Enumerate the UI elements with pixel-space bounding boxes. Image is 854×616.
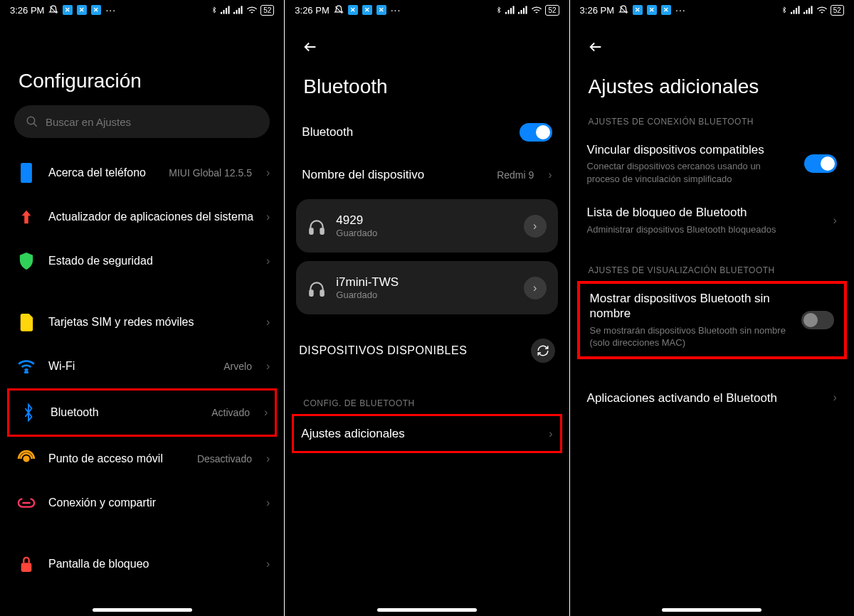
section-header-config: CONFIG. DE BLUETOOTH: [285, 378, 569, 414]
row-value: MIUI Global 12.5.5: [169, 167, 256, 179]
device-more-button[interactable]: ›: [524, 215, 547, 238]
row-desc: Conectar dispositivos cercanos usando un…: [587, 160, 794, 185]
svg-rect-30: [806, 10, 807, 14]
chevron-right-icon: ›: [266, 255, 270, 267]
device-status: Guardado: [336, 290, 513, 300]
svg-rect-12: [21, 563, 32, 572]
notif-icon-3: ✕: [91, 5, 101, 15]
svg-rect-3: [228, 6, 230, 14]
search-icon: [26, 115, 38, 128]
row-apps-bluetooth[interactable]: Aplicaciones activando el Bluetooth ›: [570, 381, 854, 415]
row-label: Acerca del teléfono: [48, 166, 159, 180]
device-name: 4929: [336, 213, 513, 228]
svg-rect-6: [238, 8, 240, 14]
page-title: Bluetooth: [285, 20, 569, 111]
row-pair-compatible[interactable]: Vincular dispositivos compatibles Conect…: [570, 132, 854, 195]
chevron-right-icon: ›: [833, 391, 837, 404]
row-value: Redmi 9: [497, 169, 538, 181]
notif-icon-1: ✕: [348, 5, 358, 15]
status-time: 3:26 PM: [580, 5, 614, 16]
device-status: Guardado: [336, 228, 513, 238]
svg-rect-20: [526, 6, 527, 14]
row-bluetooth-toggle[interactable]: Bluetooth: [285, 111, 569, 154]
device-name: i7mini-TWS: [336, 275, 513, 290]
row-device-name[interactable]: Nombre del dispositivo Redmi 9 ›: [285, 154, 569, 196]
signal-icon-1: [791, 6, 801, 14]
row-wifi[interactable]: Wi-Fi Arvelo ›: [0, 344, 284, 388]
signal-icon-2: [803, 6, 813, 14]
notif-icon-1: ✕: [633, 5, 643, 15]
notif-icon-2: ✕: [77, 5, 87, 15]
row-desc: Administrar dispositivos Bluetooth bloqu…: [587, 223, 823, 236]
search-input[interactable]: [46, 116, 258, 128]
svg-rect-24: [321, 290, 324, 296]
wifi-icon: [14, 354, 38, 378]
wifi-status-icon: [531, 6, 542, 14]
bluetooth-status-icon: [495, 5, 502, 15]
section-header-view: AJUSTES DE VISUALIZACIÓN BLUETOOTH: [570, 245, 854, 281]
chevron-right-icon: ›: [548, 169, 552, 181]
battery-indicator: 52: [545, 5, 559, 16]
device-row[interactable]: i7mini-TWS Guardado ›: [296, 265, 557, 310]
row-label: Bluetooth: [51, 405, 201, 420]
chevron-right-icon: ›: [266, 166, 270, 179]
phone-icon: [14, 161, 38, 185]
status-bar: 3:26 PM ✕ ✕ ✕ ··· 52: [570, 0, 854, 20]
page-title: Ajustes adicionales: [570, 20, 854, 111]
svg-rect-15: [510, 8, 512, 14]
row-additional-settings[interactable]: Ajustes adicionales ›: [292, 414, 562, 453]
row-hotspot[interactable]: Punto de acceso móvil Desactivado ›: [0, 437, 284, 481]
signal-icon-2: [518, 6, 528, 14]
row-value: Desactivado: [197, 453, 256, 464]
svg-rect-31: [808, 8, 810, 14]
svg-rect-28: [798, 6, 799, 14]
row-label: Wi-Fi: [48, 359, 214, 373]
row-about-phone[interactable]: Acerca del teléfono MIUI Global 12.5.5 ›: [0, 151, 284, 195]
row-title: Mostrar dispositivos Bluetooth sin nombr…: [590, 291, 791, 322]
row-label: Tarjetas SIM y redes móviles: [48, 315, 256, 329]
wifi-status-icon: [246, 6, 258, 14]
row-label: Conexión y compartir: [48, 496, 256, 510]
row-connection-share[interactable]: Conexión y compartir ›: [0, 481, 284, 525]
saved-device-card: 4929 Guardado ›: [296, 199, 557, 253]
signal-icon-1: [221, 6, 231, 14]
svg-rect-0: [221, 12, 222, 14]
row-label: Ajustes adicionales: [301, 426, 539, 441]
back-button[interactable]: [297, 34, 323, 60]
phone-screen-additional: 3:26 PM ✕ ✕ ✕ ··· 52 Ajustes adicionales…: [570, 0, 854, 616]
svg-rect-2: [226, 8, 227, 14]
bluetooth-toggle[interactable]: [520, 123, 552, 142]
chevron-right-icon: ›: [833, 214, 837, 227]
svg-point-10: [25, 371, 27, 373]
row-title: Lista de bloqueo de Bluetooth: [587, 205, 823, 220]
status-time: 3:26 PM: [295, 5, 329, 16]
svg-rect-26: [793, 10, 794, 14]
row-blocklist[interactable]: Lista de bloqueo de Bluetooth Administra…: [570, 195, 854, 245]
svg-point-8: [27, 117, 35, 124]
svg-rect-17: [518, 12, 520, 14]
battery-indicator: 52: [260, 5, 274, 16]
available-devices-header: DISPOSITIVOS DISPONIBLES: [285, 323, 569, 378]
row-title: Aplicaciones activando el Bluetooth: [587, 391, 823, 405]
device-row[interactable]: 4929 Guardado ›: [296, 203, 557, 248]
chevron-right-icon: ›: [549, 428, 552, 440]
pair-toggle[interactable]: [804, 154, 837, 173]
svg-rect-21: [310, 228, 313, 234]
refresh-button[interactable]: [531, 339, 555, 363]
row-system-updater[interactable]: Actualizador de aplicaciones del sistema…: [0, 195, 284, 239]
show-nameless-toggle[interactable]: [801, 311, 834, 329]
row-sim-networks[interactable]: Tarjetas SIM y redes móviles ›: [0, 300, 284, 344]
back-button[interactable]: [583, 34, 608, 60]
search-input-container[interactable]: [14, 105, 270, 138]
row-show-nameless[interactable]: Mostrar dispositivos Bluetooth sin nombr…: [577, 281, 847, 359]
device-more-button[interactable]: ›: [524, 277, 547, 299]
bluetooth-status-icon: [781, 5, 788, 15]
svg-rect-23: [310, 290, 313, 296]
row-lockscreen[interactable]: Pantalla de bloqueo ›: [0, 542, 284, 586]
svg-rect-27: [796, 8, 797, 14]
svg-rect-22: [321, 228, 324, 234]
row-security-status[interactable]: Estado de seguridad ›: [0, 239, 284, 283]
sim-icon: [14, 310, 38, 334]
svg-rect-5: [236, 10, 238, 14]
row-bluetooth[interactable]: Bluetooth Activado ›: [7, 388, 277, 437]
